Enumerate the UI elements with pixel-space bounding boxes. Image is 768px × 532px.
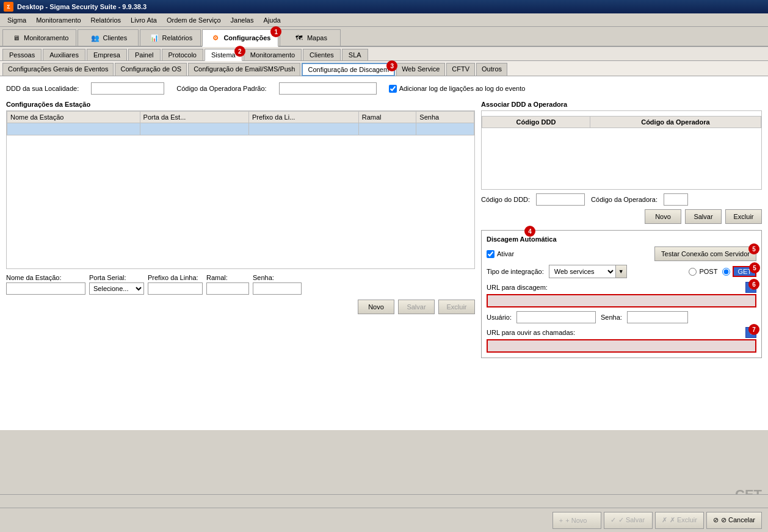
menu-livroata[interactable]: Livro Ata (126, 15, 162, 25)
title-bar: Σ Desktop - Sigma Security Suite - 9.9.3… (0, 0, 768, 13)
col-senha: Senha (416, 112, 474, 123)
usuario-input[interactable] (516, 311, 596, 323)
badge-5b: 5 (749, 262, 760, 273)
ramal-input[interactable] (206, 282, 249, 295)
col-prefixo: Prefixo da Li... (248, 112, 358, 123)
tab-clientes[interactable]: 👥 Clientes (78, 29, 139, 46)
tab-relatorios[interactable]: 📊 Relatórios (140, 29, 201, 46)
tab-painel[interactable]: Painel (128, 49, 161, 60)
config-icon: ⚙ (210, 32, 221, 43)
url-ouvir-section: URL para ouvir as chamadas: ℹ 7 (487, 327, 756, 353)
station-table-container[interactable]: Nome da Estação Porta da Est... Prefixo … (6, 110, 475, 269)
porta-select[interactable]: Selecione... (89, 282, 144, 295)
menu-ajuda[interactable]: Ajuda (258, 15, 285, 25)
badge-2: 2 (234, 46, 245, 57)
post-radio[interactable] (689, 268, 697, 276)
main-content: DDD da sua Localidade: Código da Operado… (0, 76, 768, 430)
menu-monitoramento[interactable]: Monitoramento (31, 15, 85, 25)
plus-icon: + (559, 517, 563, 524)
station-novo-button[interactable]: Novo (358, 300, 394, 314)
ddd-excluir-button[interactable]: Excluir (725, 209, 762, 224)
senha-input[interactable] (253, 282, 302, 295)
ddd-novo-button[interactable]: Novo (645, 209, 681, 224)
url-ouvir-label: URL para ouvir as chamadas: (487, 329, 575, 336)
station-form: Nome da Estação: Porta Serial: Selecione… (6, 274, 475, 295)
ramal-field: Ramal: (206, 274, 249, 295)
tipo-select[interactable]: Web services (549, 265, 616, 278)
post-label: POST (699, 268, 717, 275)
tab-protocolo[interactable]: Protocolo (162, 49, 203, 60)
tipo-dropdown-arrow[interactable]: ▼ (616, 265, 627, 278)
ddd-table: Código DDD Código da Operadora (482, 116, 761, 128)
tab-sla[interactable]: SLA (342, 49, 368, 60)
menu-janelas[interactable]: Janelas (226, 15, 259, 25)
ddd-form: Código do DDD: Código da Operadora: (481, 193, 762, 206)
tab-sistema[interactable]: Sistema 2 (205, 49, 242, 61)
left-panel-title: Configurações da Estação (6, 101, 475, 108)
ddd-table-container[interactable]: Código DDD Código da Operadora (481, 110, 762, 190)
table-row[interactable] (7, 123, 474, 135)
log-checkbox[interactable] (389, 85, 397, 93)
tab-empresa[interactable]: Empresa (87, 49, 127, 60)
tab-auxiliares[interactable]: Auxiliares (43, 49, 85, 60)
tipo-label: Tipo de integração: (487, 268, 544, 275)
url-discagem-blue-btn[interactable]: ℹ 6 (745, 282, 756, 293)
status-bar (0, 494, 768, 508)
get-radio[interactable] (722, 268, 730, 276)
badge-5: 5 (748, 243, 759, 254)
nome-label: Nome da Estação: (6, 274, 85, 281)
tab-cftv[interactable]: CFTV (446, 63, 475, 76)
station-buttons: Novo Salvar Excluir (6, 300, 475, 314)
tab-config-os[interactable]: Configuração de OS (115, 63, 187, 76)
tab-config-gerais[interactable]: Configurações Gerais de Eventos (2, 63, 114, 76)
url-ouvir-blue-btn[interactable]: ℹ 7 (745, 327, 756, 338)
ddd-code-input[interactable] (536, 193, 585, 206)
menu-ordemservico[interactable]: Ordem de Serviço (162, 15, 226, 25)
bottom-excluir-button[interactable]: ✗ ✗ Excluir (655, 512, 704, 529)
tab-mapas[interactable]: 🗺 Mapas (280, 29, 341, 46)
nome-input[interactable] (6, 282, 85, 295)
discagem-senha-label: Senha: (601, 314, 622, 321)
prefixo-input[interactable] (148, 282, 203, 295)
tab-outros[interactable]: Outros (476, 63, 507, 76)
tab-monitoramento[interactable]: 🖥 Monitoramento (2, 29, 76, 46)
bottom-cancelar-button[interactable]: ⊘ ⊘ Cancelar (706, 512, 762, 529)
url-discagem-input[interactable] (487, 294, 756, 307)
tab-config-discagem[interactable]: Configuração de Discagem 3 (302, 63, 395, 76)
bottom-salvar-button[interactable]: ✓ ✓ Salvar (604, 512, 653, 529)
menu-relatorios[interactable]: Relatórios (86, 15, 126, 25)
bottom-novo-button[interactable]: + + Novo (552, 512, 601, 529)
url-ouvir-input[interactable] (487, 339, 756, 353)
check-icon: ✓ (610, 516, 616, 524)
ativar-checkbox-label[interactable]: Ativar (487, 250, 514, 258)
get-radio-group: GET 5 (722, 266, 756, 277)
log-checkbox-label[interactable]: Adicionar log de ligações ao log do even… (389, 85, 526, 93)
ddd-col-codigo: Código DDD (482, 117, 590, 128)
ativar-checkbox[interactable] (487, 250, 494, 258)
tab-webservice[interactable]: Web Service (396, 63, 445, 76)
reports-icon: 📊 (149, 32, 160, 43)
test-connection-button[interactable]: Testar Conexão com Servidor 5 (654, 246, 756, 261)
tab-pessoas[interactable]: Pessoas (2, 49, 42, 60)
app-icon: Σ (4, 2, 13, 12)
col-porta: Porta da Est... (140, 112, 248, 123)
menu-sigma[interactable]: Sigma (2, 15, 31, 25)
station-salvar-button[interactable]: Salvar (398, 300, 435, 314)
ddd-input[interactable] (91, 82, 164, 95)
station-excluir-button[interactable]: Excluir (438, 300, 475, 314)
discagem-senha-input[interactable] (627, 311, 688, 323)
ddd-salvar-button[interactable]: Salvar (685, 209, 722, 224)
tab-config-email[interactable]: Configuração de Email/SMS/Push (188, 63, 300, 76)
tipo-row: Tipo de integração: Web services ▼ POST (487, 265, 756, 278)
operadora-code-input[interactable] (664, 193, 688, 206)
tab-clientes2[interactable]: Clientes (303, 49, 341, 60)
tab-monitoramento2[interactable]: Monitoramento (244, 49, 302, 60)
operadora-input[interactable] (279, 82, 377, 95)
clients-icon: 👥 (90, 32, 101, 43)
tab-configuracoes[interactable]: ⚙ Configurações 1 (202, 29, 278, 47)
top-tabs: 🖥 Monitoramento 👥 Clientes 📊 Relatórios … (0, 27, 768, 47)
ativar-row: Ativar Testar Conexão com Servidor 5 (487, 246, 756, 261)
maps-icon: 🗺 (294, 32, 305, 43)
porta-label: Porta Serial: (89, 274, 144, 281)
senha-field: Senha: (253, 274, 302, 295)
